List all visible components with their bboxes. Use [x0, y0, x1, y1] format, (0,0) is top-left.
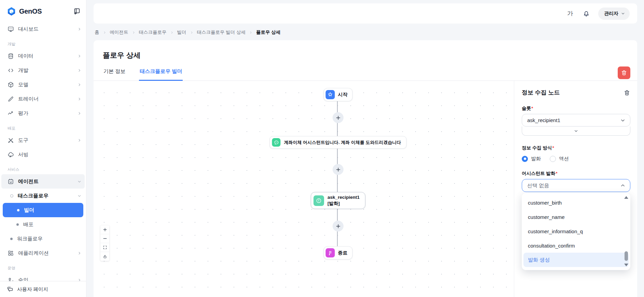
node-title: ask_recipient1	[327, 194, 360, 201]
slot-select-value: ask_recipient1	[527, 117, 560, 123]
approval-icon	[8, 277, 14, 281]
radio-selected-icon	[522, 156, 528, 162]
field-label-text: 어시스턴트 발화	[522, 171, 555, 176]
sidebar-section-ops: 운영	[0, 260, 86, 273]
bullet-dot-icon	[17, 209, 19, 211]
required-marker: *	[552, 145, 554, 150]
chevron-right-icon	[132, 31, 135, 34]
node-start[interactable]: 시작	[324, 88, 353, 101]
dropdown-option[interactable]: customer_birth	[522, 195, 630, 210]
node-ask-recipient[interactable]: ask_recipient1 [발화]	[311, 192, 365, 209]
page-title: 플로우 상세	[103, 50, 637, 60]
sidebar-item-label: 에이전트	[18, 178, 39, 185]
sidebar-item-label: 워크플로우	[17, 236, 43, 242]
tools-icon	[8, 137, 14, 144]
scrollbar-thumb[interactable]	[625, 251, 628, 261]
scroll-up-icon[interactable]	[624, 196, 628, 199]
sidebar-item-develop[interactable]: 개발	[0, 63, 86, 77]
scroll-down-icon[interactable]	[624, 264, 628, 266]
chevron-right-icon	[78, 251, 81, 255]
chevron-right-icon	[78, 54, 81, 58]
node-message[interactable]: 계좌이체 어시스턴트입니다. 계좌 이체를 도와드리겠습니다	[269, 136, 406, 149]
font-size-icon[interactable]: 가	[567, 10, 573, 17]
tab-basic-info[interactable]: 기본 정보	[103, 68, 126, 80]
zoom-in-button[interactable]	[100, 225, 109, 234]
bullet-dot-icon	[16, 223, 19, 226]
collapse-sidebar-icon[interactable]	[73, 8, 81, 15]
zoom-out-icon	[103, 236, 107, 241]
bell-icon[interactable]	[583, 10, 590, 17]
sidebar-item-builder[interactable]: 빌더	[3, 203, 83, 217]
sidebar-item-label: 도구	[18, 137, 28, 144]
user-role-label: 관리자	[604, 11, 618, 17]
delete-flow-button[interactable]	[618, 66, 630, 79]
cloud-icon	[8, 151, 14, 158]
sidebar-item-dashboard[interactable]: 대시보드	[0, 22, 86, 36]
user-menu-button[interactable]: 관리자	[598, 8, 630, 20]
breadcrumb-builder-detail[interactable]: 태스크플로우 빌더 상세	[197, 29, 246, 35]
slot-expand-toggle[interactable]	[522, 127, 630, 136]
sidebar-item-label: 빌더	[24, 207, 34, 213]
sidebar-item-model[interactable]: 모델	[0, 77, 86, 92]
sidebar-item-label: 사용자 페이지	[17, 286, 48, 293]
app-title: GenOS	[19, 8, 73, 15]
required-marker: *	[556, 171, 557, 176]
radio-action[interactable]: 액션	[550, 155, 569, 162]
sidebar-item-approval[interactable]: 승인	[0, 273, 86, 281]
node-end[interactable]: 종료	[324, 246, 353, 259]
dropdown-option[interactable]: customer_name	[522, 210, 630, 224]
plus-icon	[336, 115, 341, 120]
tab-taskflow-builder[interactable]: 태스크플로우 빌더	[139, 68, 183, 81]
sidebar-item-label: 트레이너	[18, 96, 39, 102]
radio-label: 발화	[531, 155, 541, 162]
sidebar-item-evaluation[interactable]: 평가	[0, 106, 86, 120]
dropdown-option-highlighted[interactable]: 발화 생성	[523, 253, 629, 267]
field-label-text: 정보 수집 방식	[522, 145, 552, 150]
sidebar-item-data[interactable]: 데이터	[0, 49, 86, 63]
breadcrumb: 홈 에이전트 태스크플로우 빌더 태스크플로우 빌더 상세 플로우 상세	[95, 29, 637, 36]
radio-utterance[interactable]: 발화	[522, 155, 541, 162]
sidebar-item-tools[interactable]: 도구	[0, 133, 86, 147]
node-label: 종료	[338, 250, 348, 256]
sidebar-item-user-page[interactable]: 사용자 페이지	[0, 281, 86, 297]
agent-icon	[8, 178, 14, 185]
add-node-button[interactable]	[333, 164, 344, 175]
sidebar-item-trainer[interactable]: 트레이너	[0, 92, 86, 106]
zoom-out-button[interactable]	[100, 234, 109, 243]
chevron-down-icon	[620, 118, 625, 123]
flag-icon	[326, 248, 335, 257]
info-icon	[313, 195, 324, 206]
sidebar-item-deploy-sub[interactable]: 배포	[0, 217, 86, 232]
add-node-button[interactable]	[333, 112, 344, 123]
flow-canvas[interactable]: 시작 계좌이체 어시스턴트입니다. 계좌 이체를 도와드리겠습니다	[94, 81, 514, 297]
dropdown-option[interactable]: consultation_confirm	[522, 238, 630, 253]
breadcrumb-agent[interactable]: 에이전트	[110, 29, 128, 35]
fit-view-button[interactable]	[100, 243, 109, 252]
sidebar-section-dev: 개발	[0, 36, 86, 49]
slot-select[interactable]: ask_recipient1	[522, 114, 630, 127]
sidebar-item-agent[interactable]: 에이전트	[1, 174, 85, 189]
dropdown-option[interactable]: customer_information_q	[522, 224, 630, 238]
breadcrumb-taskflow[interactable]: 태스크플로우	[139, 29, 167, 35]
utterance-select[interactable]: 선택 없음	[522, 179, 630, 192]
node-properties-panel: 정보 수집 노드 슬롯* ask_recipient1 정보 수집 방식*	[514, 81, 637, 297]
chevron-right-icon	[190, 31, 193, 34]
sidebar-item-label: 서빙	[18, 151, 28, 158]
breadcrumb-home[interactable]: 홈	[95, 29, 99, 35]
sidebar-menu: 대시보드 개발 데이터 개발 모델 트레이너 평가	[0, 18, 86, 281]
delete-node-icon[interactable]	[624, 89, 630, 96]
sidebar-item-workflow[interactable]: 워크플로우	[0, 232, 86, 246]
radio-label: 액션	[559, 155, 569, 162]
tab-bar: 기본 정보 태스크플로우 빌더	[94, 68, 637, 81]
trash-icon	[621, 70, 627, 76]
sidebar-item-label: 승인	[18, 277, 28, 281]
sidebar-item-serving[interactable]: 서빙	[0, 147, 86, 162]
lock-button[interactable]	[100, 252, 109, 261]
breadcrumb-builder[interactable]: 빌더	[177, 29, 186, 35]
sidebar-item-taskflow[interactable]: 태스크플로우	[0, 189, 86, 203]
sidebar-item-application[interactable]: 애플리케이션	[0, 246, 86, 260]
sidebar-item-label: 평가	[18, 110, 28, 117]
add-node-button[interactable]	[333, 221, 344, 232]
sidebar-item-label: 태스크플로우	[18, 193, 48, 199]
dropdown-scrollbar	[624, 195, 629, 267]
